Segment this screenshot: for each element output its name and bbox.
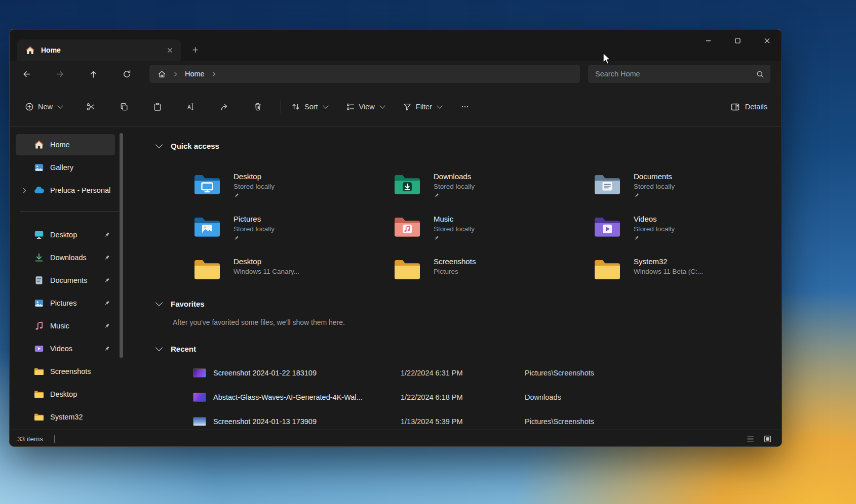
sidebar-item-desktop[interactable]: Desktop (16, 224, 115, 245)
tile-desktop-canary[interactable]: Desktop Windows 11 Canary... (193, 257, 393, 291)
arrow-up-icon (89, 70, 98, 78)
sidebar-item-screenshots[interactable]: Screenshots (16, 361, 115, 382)
filter-button-label: Filter (416, 103, 432, 111)
pin-icon (234, 193, 239, 198)
gallery-icon (34, 162, 44, 173)
back-button[interactable] (18, 65, 35, 82)
search-icon[interactable] (756, 70, 764, 78)
status-bar: 33 items (10, 430, 782, 447)
folder-icon (34, 366, 44, 376)
sidebar-item-system32[interactable]: System32 (16, 406, 115, 428)
desktop-wallpaper: Home Home (0, 0, 856, 504)
refresh-button[interactable] (118, 65, 135, 82)
close-button[interactable] (752, 29, 782, 52)
cut-button[interactable] (82, 98, 100, 116)
tile-name: Documents (634, 172, 675, 181)
sidebar-divider (20, 211, 119, 212)
tile-videos[interactable]: Videos Stored locally (593, 214, 782, 248)
sidebar-item-music[interactable]: Music (16, 315, 115, 337)
filter-button[interactable]: Filter (403, 102, 442, 111)
sidebar-item-onedrive[interactable]: Preluca - Personal (16, 180, 115, 201)
chevron-down-icon[interactable] (155, 299, 163, 306)
copy-button[interactable] (115, 98, 133, 116)
sidebar-scrollbar[interactable] (120, 133, 123, 358)
maximize-button[interactable] (723, 29, 752, 52)
sidebar-item-pictures[interactable]: Pictures (16, 292, 115, 314)
up-button[interactable] (85, 65, 102, 82)
pin-icon (104, 300, 110, 306)
file-date-modified: 1/13/2024 5:39 PM (401, 417, 525, 426)
sidebar-item-home[interactable]: Home (16, 134, 115, 155)
section-header-recent[interactable]: Recent (157, 343, 782, 354)
recent-file-row[interactable]: Screenshot 2024-01-22 183109 1/22/2024 6… (193, 361, 782, 385)
image-thumbnail-icon (193, 393, 206, 402)
tile-music[interactable]: Music Stored locally (393, 214, 593, 248)
section-header-favorites[interactable]: Favorites (157, 298, 782, 309)
view-button[interactable]: View (346, 102, 384, 111)
forward-button[interactable] (51, 65, 68, 82)
tile-pictures[interactable]: Pictures Stored locally (193, 214, 393, 248)
videos-folder-icon (593, 215, 621, 238)
downloads-folder-icon (393, 173, 421, 196)
tab-close-button[interactable] (163, 43, 177, 57)
file-date-modified: 1/22/2024 6:31 PM (401, 369, 525, 377)
pin-icon (104, 323, 110, 329)
paste-button[interactable] (148, 98, 167, 116)
breadcrumb-segment-home[interactable]: Home (185, 70, 205, 78)
pin-icon (104, 232, 110, 238)
sidebar-item-label: System32 (50, 413, 83, 421)
sidebar-item-videos[interactable]: Videos (16, 338, 115, 359)
search-box[interactable] (588, 65, 770, 83)
window-controls (693, 29, 782, 52)
file-action-buttons (82, 98, 267, 116)
more-options-button[interactable] (456, 98, 474, 116)
recent-file-row[interactable]: Screenshot 2024-01-13 173909 1/13/2024 5… (193, 409, 782, 430)
tile-name: Desktop (234, 172, 275, 181)
sidebar-item-label: Music (50, 322, 69, 330)
tile-downloads[interactable]: Downloads Stored locally (393, 172, 593, 206)
home-icon[interactable] (158, 70, 166, 78)
sidebar-item-documents[interactable]: Documents (16, 270, 115, 291)
tab-home[interactable]: Home (17, 39, 181, 61)
scissors-icon (86, 102, 95, 111)
large-thumbnails-view-button[interactable] (761, 433, 773, 445)
breadcrumb[interactable]: Home (149, 65, 580, 83)
sort-button[interactable]: Sort (291, 102, 328, 111)
trash-icon (253, 102, 262, 111)
tile-desktop[interactable]: Desktop Stored locally (193, 172, 393, 206)
tile-subtitle: Pictures (434, 268, 476, 275)
section-header-quick-access[interactable]: Quick access (157, 140, 782, 151)
arrow-right-icon (56, 70, 64, 78)
quick-access-grid: Desktop Stored locally Downloads Stored … (193, 172, 782, 291)
tile-subtitle: Windows 11 Canary... (234, 268, 299, 275)
sidebar-item-desktop-folder[interactable]: Desktop (16, 384, 115, 405)
new-button[interactable]: New (25, 102, 62, 111)
details-pane-button[interactable]: Details (730, 102, 767, 112)
tile-text: Desktop Windows 11 Canary... (234, 257, 299, 291)
plus-circle-icon (25, 102, 34, 111)
delete-button[interactable] (249, 98, 267, 116)
rename-button[interactable] (182, 98, 200, 116)
search-input[interactable] (595, 70, 756, 78)
sidebar-item-gallery[interactable]: Gallery (16, 157, 115, 178)
tile-screenshots[interactable]: Screenshots Pictures (393, 257, 593, 291)
tile-documents[interactable]: Documents Stored locally (593, 172, 782, 206)
tile-name: Desktop (234, 257, 299, 266)
share-button[interactable] (215, 98, 234, 116)
minimize-icon (705, 37, 712, 45)
recent-file-row[interactable]: Abstact-Glass-Waves-AI-Generated-4K-Wal.… (193, 385, 782, 409)
tile-system32[interactable]: System32 Windows 11 Beta (C:... (593, 257, 782, 291)
tile-name: Downloads (434, 172, 475, 181)
chevron-down-icon[interactable] (155, 141, 163, 148)
file-location: Pictures\Screenshots (525, 369, 782, 377)
view-mode-switcher (744, 433, 773, 445)
chevron-right-icon (211, 71, 217, 77)
details-button-label: Details (745, 103, 767, 111)
minimize-button[interactable] (693, 29, 723, 52)
expand-chevron-icon[interactable] (21, 188, 26, 193)
details-view-button[interactable] (744, 433, 756, 445)
new-tab-button[interactable] (186, 40, 204, 59)
sidebar-item-downloads[interactable]: Downloads (16, 247, 115, 268)
tile-subtitle: Stored locally (634, 225, 675, 233)
chevron-down-icon[interactable] (155, 344, 163, 351)
